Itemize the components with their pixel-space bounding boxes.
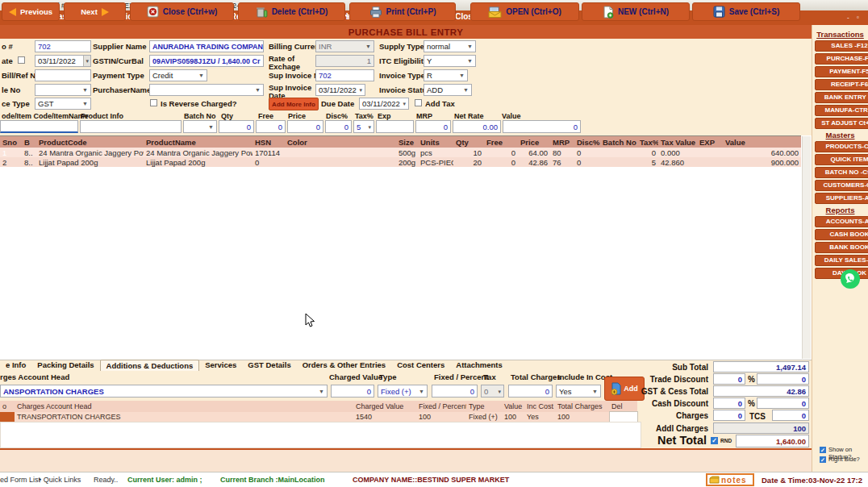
- whatsapp-icon[interactable]: [839, 268, 862, 290]
- items-column-header[interactable]: EXP: [697, 136, 723, 148]
- calendar-dropdown-icon[interactable]: ▾: [83, 56, 90, 66]
- child-minimize-button[interactable]: -: [847, 14, 849, 21]
- notes-button[interactable]: notes: [706, 473, 754, 486]
- vehicle-no-select[interactable]: ▼: [35, 84, 91, 96]
- sidebar-report-button[interactable]: DAILY SALES-Al: [815, 255, 868, 266]
- cash-discount-value[interactable]: 0: [757, 398, 809, 409]
- charges-account-head-select[interactable]: ANSPORTATION CHARGES▼: [0, 385, 328, 398]
- items-column-header[interactable]: MRP: [550, 136, 574, 148]
- print-button[interactable]: Print (Ctrl+P): [349, 2, 456, 21]
- sidebar-transaction-button[interactable]: BANK ENTRY -C: [815, 92, 868, 103]
- tab-orders-other-entries[interactable]: Orders & Other Entries: [297, 360, 391, 371]
- supplier-name-select[interactable]: ANURADHA TRADING COMPANY▼: [149, 40, 264, 52]
- new-button[interactable]: NEW (Ctrl+N): [582, 2, 690, 21]
- bill-ref-input[interactable]: [35, 69, 91, 81]
- exp-input[interactable]: [376, 120, 414, 133]
- disc-input[interactable]: 0: [325, 120, 352, 133]
- sup-invoice-no-input[interactable]: 702: [315, 69, 374, 81]
- items-column-header[interactable]: HSN: [252, 136, 285, 148]
- sidebar-transaction-button[interactable]: PAYMENT-F5: [815, 66, 868, 77]
- purchase-type-select[interactable]: GST▼: [35, 98, 91, 110]
- invoice-status-select[interactable]: ADD▼: [424, 84, 472, 96]
- tab-packing-details[interactable]: Packing Details: [31, 360, 99, 371]
- charges-row[interactable]: TRANSPORTATION CHARGES 1540 100 Fixed (+…: [0, 412, 637, 422]
- rnd-checkbox[interactable]: ✓: [711, 437, 718, 444]
- sidebar-master-button[interactable]: CUSTOMERS-Ctr: [815, 180, 868, 191]
- form-list-label[interactable]: ed Form List: [0, 476, 40, 484]
- mrp-input[interactable]: 0: [415, 120, 451, 133]
- tax-select[interactable]: 5▾: [353, 120, 374, 133]
- charged-value-input[interactable]: 0: [331, 385, 374, 398]
- sidebar-master-button[interactable]: PRODUCTS-Ctr: [815, 141, 868, 152]
- payment-type-select[interactable]: Credit▼: [149, 69, 207, 81]
- batch-no-select[interactable]: ▼: [183, 120, 217, 133]
- sidebar-transaction-button[interactable]: MANUFA-CTRL-: [815, 105, 868, 116]
- sup-invoice-date-select[interactable]: 03/11/2022▾: [315, 84, 365, 96]
- add-more-info-button[interactable]: Add More Info: [269, 98, 319, 110]
- net-rate-input[interactable]: 0.00: [453, 120, 501, 133]
- purchaser-name-select[interactable]: ▼: [149, 84, 264, 96]
- items-column-header[interactable]: Tax Value: [658, 136, 697, 148]
- invoice-type-select[interactable]: R▼: [424, 69, 468, 81]
- supply-type-select[interactable]: normal▼: [424, 40, 476, 52]
- items-column-header[interactable]: ProductName: [144, 136, 252, 148]
- tab-cost-centers[interactable]: Cost Centers: [391, 360, 450, 371]
- table-row[interactable]: 18.. 24 Mantra Organic Jaggery Powder24 …: [0, 148, 801, 157]
- charges-input[interactable]: 0: [713, 410, 745, 421]
- sidebar-transaction-button[interactable]: SALES -F12: [815, 40, 868, 52]
- sidebar-transaction-button[interactable]: RECEIPT-F6: [815, 79, 868, 90]
- date-picker[interactable]: 03/11/2022▾: [35, 55, 91, 67]
- items-column-header[interactable]: Free: [484, 136, 518, 148]
- trade-discount-value[interactable]: 0: [757, 373, 809, 385]
- tcs-value-input[interactable]: 0: [772, 410, 809, 421]
- items-column-header[interactable]: ProductCode: [36, 136, 144, 148]
- sidebar-report-button[interactable]: ACCOUNTS-Alt: [815, 216, 868, 227]
- date-checkbox[interactable]: [18, 56, 25, 64]
- items-column-header[interactable]: Price: [518, 136, 550, 148]
- items-column-header[interactable]: B: [22, 136, 36, 148]
- tab-additions-deductions[interactable]: Additions & Deductions: [100, 360, 200, 371]
- items-column-header[interactable]: Batch No: [600, 136, 637, 148]
- trade-discount-pct-input[interactable]: 0: [713, 373, 745, 385]
- show-on-startup-checkbox[interactable]: ✓: [820, 447, 826, 453]
- include-in-cost-select[interactable]: Yes▼: [556, 385, 601, 398]
- add-tax-checkbox[interactable]: [415, 99, 422, 106]
- child-restore-button[interactable]: ▫: [857, 14, 859, 21]
- charge-type-select[interactable]: Fixed (+)▼: [378, 385, 428, 398]
- sidebar-master-button[interactable]: QUICK ITEM: [815, 154, 868, 165]
- sidebar-master-button[interactable]: BATCH NO -Ctrl: [815, 167, 868, 178]
- tab-services[interactable]: Services: [199, 360, 242, 371]
- bill-no-input[interactable]: 702: [35, 40, 91, 52]
- items-column-header[interactable]: Qty: [453, 136, 484, 148]
- save-button[interactable]: Save (Ctrl+S): [692, 2, 800, 21]
- items-column-header[interactable]: Sno: [0, 136, 22, 148]
- sidebar-report-button[interactable]: BANK BOOK: [815, 242, 868, 253]
- itc-eligibility-select[interactable]: Y▼: [424, 55, 476, 67]
- qty-input[interactable]: 0: [219, 120, 254, 133]
- items-column-header[interactable]: Value: [723, 136, 801, 148]
- total-charges-input[interactable]: 0: [508, 385, 553, 398]
- free-input[interactable]: 0: [256, 120, 286, 133]
- items-column-header[interactable]: Size: [396, 136, 418, 148]
- quick-links-label[interactable]: • Quick Links: [39, 476, 81, 484]
- delete-button[interactable]: Delete (Ctrl+D): [238, 2, 345, 21]
- fixed-percent-input[interactable]: 0: [432, 385, 478, 398]
- tab-more-info[interactable]: e Info: [0, 360, 31, 371]
- table-row[interactable]: 28.. Lijjat Papad 200gLijjat Papad 200g …: [0, 157, 801, 167]
- items-column-header[interactable]: Disc%: [574, 136, 600, 148]
- item-code-input[interactable]: [0, 120, 78, 133]
- items-column-header[interactable]: Tax%: [637, 136, 658, 148]
- tab-attachments[interactable]: Attachments: [450, 360, 508, 371]
- product-info-input[interactable]: [80, 120, 182, 133]
- sidebar-master-button[interactable]: SUPPLIERS-Alt: [815, 193, 868, 204]
- next-button[interactable]: Next: [64, 2, 126, 21]
- cash-discount-pct-input[interactable]: 0: [713, 398, 745, 409]
- items-column-header[interactable]: Color: [285, 136, 396, 148]
- close-button[interactable]: Close (Ctrl+w): [130, 2, 234, 21]
- value-input[interactable]: 0: [503, 120, 581, 133]
- reverse-charged-checkbox[interactable]: [150, 99, 157, 106]
- price-input[interactable]: 0: [287, 120, 323, 133]
- items-column-header[interactable]: Units: [418, 136, 453, 148]
- items-scrollbar[interactable]: [802, 136, 811, 359]
- previous-button[interactable]: Previous: [2, 2, 60, 21]
